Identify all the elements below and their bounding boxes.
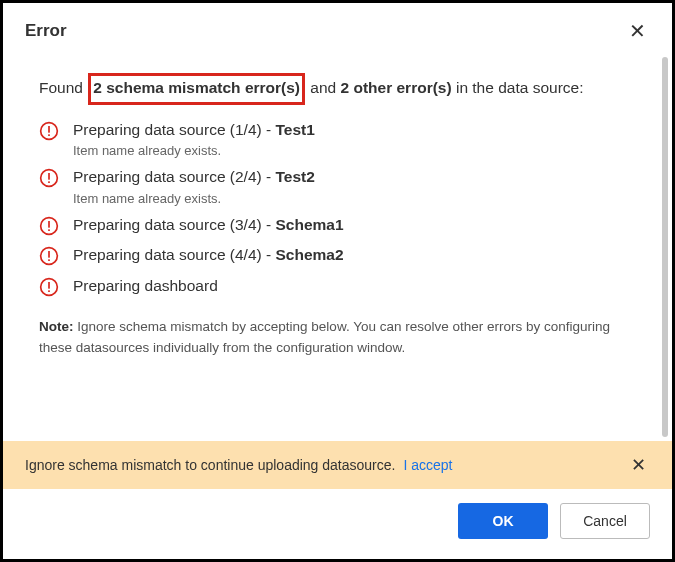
svg-rect-5 (48, 182, 50, 184)
ok-button[interactable]: OK (458, 503, 548, 539)
svg-rect-13 (48, 282, 50, 289)
error-icon (39, 277, 59, 297)
svg-rect-1 (48, 126, 50, 133)
summary-suffix: in the data source: (452, 79, 584, 96)
svg-rect-14 (48, 290, 50, 292)
schema-error-highlight: 2 schema mismatch error(s) (88, 73, 305, 105)
error-content: Preparing data source (4/4) - Schema2 (73, 244, 344, 266)
error-prefix: Preparing data source (3/4) - (73, 216, 275, 233)
error-content: Preparing dashboard (73, 275, 218, 297)
error-prefix: Preparing data source (1/4) - (73, 121, 275, 138)
list-item: Preparing data source (1/4) - Test1 Item… (39, 119, 628, 158)
note-body: Ignore schema mismatch by accepting belo… (39, 319, 610, 355)
banner-text: Ignore schema mismatch to continue uploa… (25, 457, 395, 473)
error-name: Schema2 (275, 246, 343, 263)
dialog-footer: OK Cancel (3, 489, 672, 559)
error-prefix: Preparing data source (2/4) - (73, 168, 275, 185)
error-name: Test1 (275, 121, 314, 138)
error-text: Preparing data source (4/4) - Schema2 (73, 244, 344, 266)
banner-close-icon[interactable]: ✕ (627, 454, 650, 476)
error-icon (39, 216, 59, 236)
error-sub: Item name already exists. (73, 143, 315, 158)
error-prefix: Preparing data source (4/4) - (73, 246, 275, 263)
svg-rect-8 (48, 229, 50, 231)
dialog-body: Found 2 schema mismatch error(s) and 2 o… (3, 57, 672, 441)
summary-prefix: Found (39, 79, 83, 96)
svg-rect-4 (48, 173, 50, 180)
svg-rect-10 (48, 251, 50, 258)
error-content: Preparing data source (2/4) - Test2 Item… (73, 166, 315, 205)
error-name: Schema1 (275, 216, 343, 233)
list-item: Preparing data source (4/4) - Schema2 (39, 244, 628, 266)
summary-mid: and (306, 79, 340, 96)
error-icon (39, 168, 59, 188)
note-label: Note: (39, 319, 74, 334)
error-name: Test2 (275, 168, 314, 185)
error-dialog: Error ✕ Found 2 schema mismatch error(s)… (3, 3, 672, 559)
schema-error-count: 2 schema mismatch error(s) (93, 79, 300, 96)
error-icon (39, 246, 59, 266)
list-item: Preparing data source (2/4) - Test2 Item… (39, 166, 628, 205)
dialog-header: Error ✕ (3, 3, 672, 57)
error-content: Preparing data source (3/4) - Schema1 (73, 214, 344, 236)
svg-rect-11 (48, 260, 50, 262)
svg-rect-2 (48, 134, 50, 136)
error-text: Preparing data source (3/4) - Schema1 (73, 214, 344, 236)
svg-rect-7 (48, 221, 50, 228)
other-error-count: 2 other error(s) (341, 79, 452, 96)
error-prefix: Preparing dashboard (73, 277, 218, 294)
accept-banner: Ignore schema mismatch to continue uploa… (3, 441, 672, 489)
scrollbar[interactable] (662, 57, 668, 437)
error-summary: Found 2 schema mismatch error(s) and 2 o… (39, 75, 648, 103)
error-content: Preparing data source (1/4) - Test1 Item… (73, 119, 315, 158)
close-icon[interactable]: ✕ (625, 19, 650, 43)
accept-link[interactable]: I accept (403, 457, 452, 473)
error-sub: Item name already exists. (73, 191, 315, 206)
note-text: Note: Ignore schema mismatch by acceptin… (39, 317, 648, 359)
error-text: Preparing data source (2/4) - Test2 (73, 166, 315, 188)
cancel-button[interactable]: Cancel (560, 503, 650, 539)
error-icon (39, 121, 59, 141)
dialog-title: Error (25, 21, 67, 41)
list-item: Preparing data source (3/4) - Schema1 (39, 214, 628, 236)
error-list: Preparing data source (1/4) - Test1 Item… (39, 119, 648, 297)
list-item: Preparing dashboard (39, 275, 628, 297)
error-text: Preparing dashboard (73, 275, 218, 297)
error-text: Preparing data source (1/4) - Test1 (73, 119, 315, 141)
